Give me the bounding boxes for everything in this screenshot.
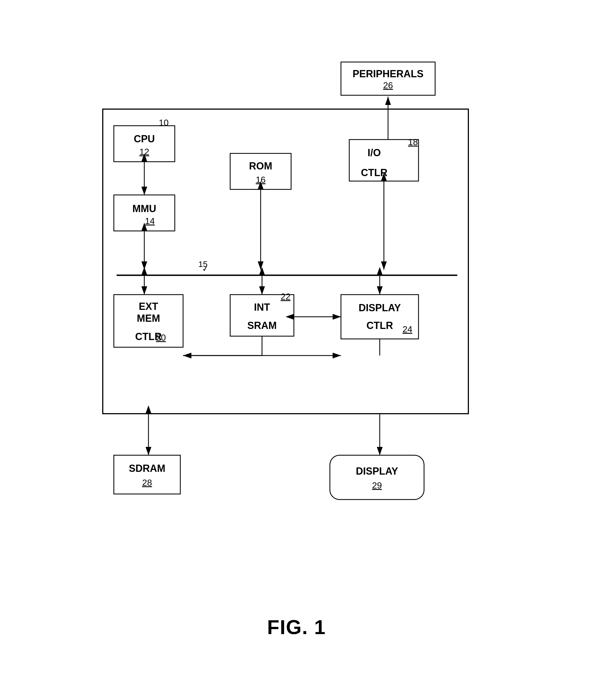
- io-label1: I/O: [367, 147, 381, 158]
- rom-label: ROM: [249, 160, 272, 172]
- cpu-label: CPU: [133, 133, 155, 145]
- display-ref: 29: [372, 481, 382, 490]
- rom-ref: 16: [255, 175, 266, 185]
- io-ref: 18: [408, 137, 418, 147]
- mmu-label: MMU: [132, 203, 156, 214]
- diagram-container: PERIPHERALS 26 10 CPU 12 MMU 14 ROM 16 I…: [61, 45, 532, 655]
- bus-squiggle: ✓: [201, 263, 209, 274]
- ext-mem-label1: EXT: [139, 301, 158, 312]
- peripherals-label: PERIPHERALS: [352, 68, 423, 79]
- mmu-ref: 14: [145, 216, 155, 226]
- sdram-label: SDRAM: [129, 463, 165, 474]
- int-sram-ref: 22: [281, 292, 290, 301]
- io-label2: CTLR: [361, 167, 388, 178]
- figure-label: FIG. 1: [267, 616, 326, 639]
- display-ctlr-ref: 24: [402, 324, 412, 334]
- display-ctlr-label2: CTLR: [366, 320, 393, 331]
- sdram-box: [114, 455, 180, 494]
- display-label: DISPLAY: [356, 465, 398, 477]
- ext-mem-label2: MEM: [137, 313, 160, 324]
- sdram-ref: 28: [142, 478, 152, 488]
- ext-mem-ref: 20: [156, 333, 166, 342]
- int-sram-label2: SRAM: [247, 320, 277, 331]
- peripherals-ref: 26: [383, 80, 393, 90]
- int-sram-label1: INT: [254, 301, 270, 313]
- cpu-ref: 12: [139, 147, 149, 157]
- display-ctlr-label1: DISPLAY: [358, 302, 401, 314]
- circuit-diagram: PERIPHERALS 26 10 CPU 12 MMU 14 ROM 16 I…: [75, 45, 518, 599]
- display-box: [330, 455, 424, 499]
